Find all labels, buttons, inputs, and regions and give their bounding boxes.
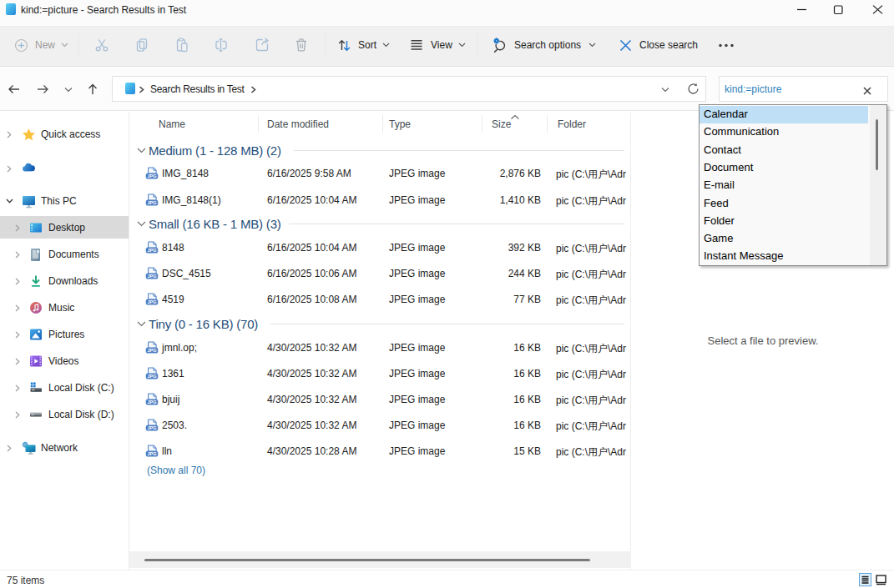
svg-text:JPG: JPG	[147, 374, 156, 379]
svg-text:JPG: JPG	[147, 451, 156, 456]
svg-text:JPG: JPG	[147, 274, 156, 279]
svg-text:JPG: JPG	[147, 400, 156, 405]
svg-text:JPG: JPG	[147, 425, 156, 430]
svg-text:JPG: JPG	[147, 200, 156, 205]
svg-text:JPG: JPG	[147, 173, 156, 178]
svg-text:JPG: JPG	[147, 248, 156, 253]
svg-text:JPG: JPG	[147, 299, 156, 304]
svg-text:JPG: JPG	[147, 348, 156, 353]
